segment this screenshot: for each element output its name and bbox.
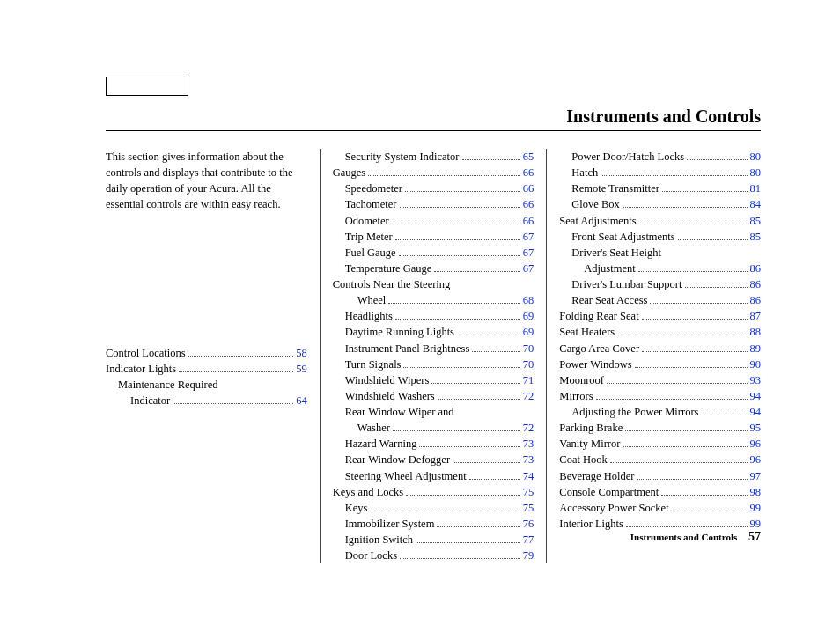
toc-leader-dots (626, 526, 748, 527)
toc-entry-label: Turn Signals (345, 357, 402, 372)
toc-leader-dots (419, 446, 519, 447)
toc-leader-dots (457, 335, 520, 335)
toc-entry-label: Hatch (571, 165, 598, 180)
toc-page-link[interactable]: 88 (750, 324, 762, 340)
toc-page-link[interactable]: 66 (523, 196, 534, 212)
toc-entry-label: Temperature Gauge (345, 261, 432, 276)
toc-page-link[interactable]: 74 (523, 468, 534, 484)
toc-page-link[interactable]: 96 (750, 436, 762, 452)
toc-page-link[interactable]: 66 (523, 165, 534, 180)
toc-page-link[interactable]: 67 (523, 261, 534, 276)
toc-page-link[interactable]: 90 (750, 357, 762, 372)
toc-page-link[interactable]: 66 (523, 180, 534, 196)
toc-column-1: This section gives information about the… (106, 149, 320, 563)
toc-leader-dots (637, 479, 747, 480)
toc-entry-label: Power Windows (559, 357, 631, 372)
toc-entry-label: Indicator Lights (106, 361, 176, 377)
toc-page-link[interactable]: 85 (750, 213, 762, 229)
toc-page-link[interactable]: 64 (296, 393, 307, 408)
toc-page-link[interactable]: 72 (523, 388, 534, 404)
toc-entry-label: Steering Wheel Adjustment (345, 468, 467, 484)
toc-entry-label: Odometer (345, 213, 389, 229)
header-tab-box (106, 77, 188, 96)
toc-page-link[interactable]: 70 (523, 357, 534, 372)
toc-page-link[interactable]: 68 (523, 292, 534, 308)
toc-page-link[interactable]: 67 (523, 245, 534, 261)
toc-page-link[interactable]: 86 (750, 276, 762, 292)
toc-page-link[interactable]: 86 (750, 261, 762, 276)
toc-page-link[interactable]: 73 (523, 452, 534, 467)
toc-page-link[interactable]: 99 (750, 500, 762, 516)
toc-entry-label: Daytime Running Lights (345, 324, 454, 340)
toc-page-link[interactable]: 98 (750, 484, 762, 500)
toc-page-link[interactable]: 80 (750, 149, 762, 165)
toc-leader-dots (462, 159, 520, 160)
toc-entry-label: Remote Transmitter (571, 180, 659, 196)
toc-page-link[interactable]: 87 (750, 308, 762, 324)
toc-page-link[interactable]: 97 (750, 468, 762, 484)
toc-page-link[interactable]: 81 (750, 180, 762, 196)
toc-entry: Beverage Holder97 (559, 468, 761, 484)
toc-page-link[interactable]: 86 (750, 292, 762, 308)
toc-page-link[interactable]: 69 (523, 324, 534, 340)
toc-page-link[interactable]: 73 (523, 436, 534, 452)
toc-page-link[interactable]: 72 (523, 420, 534, 436)
toc-page-link[interactable]: 79 (523, 548, 534, 563)
toc-entry-label: Seat Adjustments (559, 213, 636, 229)
toc-entry-label: Front Seat Adjustments (571, 229, 674, 245)
toc-page-link[interactable]: 75 (523, 500, 534, 516)
toc-leader-dots (392, 224, 520, 224)
toc-page-link[interactable]: 94 (750, 404, 762, 420)
toc-page-link[interactable]: 77 (523, 532, 534, 548)
toc-page-link[interactable]: 95 (750, 420, 762, 436)
toc-leader-dots (370, 511, 519, 511)
toc-page-link[interactable]: 66 (523, 213, 534, 229)
toc-page-link[interactable]: 76 (523, 516, 534, 532)
toc-page-link[interactable]: 75 (523, 484, 534, 500)
toc-entry: Seat Heaters88 (559, 324, 761, 340)
toc-entry: Glove Box84 (559, 196, 761, 212)
toc-entry: Cargo Area Cover89 (559, 341, 761, 357)
toc-leader-dots (623, 446, 747, 447)
toc-leader-dots (662, 191, 748, 192)
toc-page-link[interactable]: 85 (750, 229, 762, 245)
toc-leader-dots (188, 356, 294, 357)
toc-page-link[interactable]: 84 (750, 196, 762, 212)
toc-leader-dots (617, 335, 747, 335)
toc-page-link[interactable]: 58 (296, 345, 307, 361)
toc-leader-dots (405, 191, 520, 192)
toc-page-link[interactable]: 89 (750, 341, 762, 357)
toc-leader-dots (469, 479, 520, 480)
toc-entry-label: Glove Box (571, 196, 620, 212)
toc-entry-label: Instrument Panel Brightness (345, 341, 470, 357)
toc-page-link[interactable]: 71 (523, 372, 534, 388)
toc-entry: Driver's Lumbar Support86 (559, 276, 761, 292)
toc-leader-dots (434, 271, 519, 272)
toc-entry-label: Windshield Washers (345, 388, 435, 404)
toc-column-3: Power Door/Hatch Locks80Hatch80Remote Tr… (546, 149, 761, 563)
toc-page-link[interactable]: 96 (750, 452, 762, 467)
toc-entry: Gauges66 (333, 165, 534, 180)
toc-page-link[interactable]: 93 (750, 372, 762, 388)
toc-page-link[interactable]: 94 (750, 388, 762, 404)
toc-leader-dots (610, 462, 748, 463)
toc-page-link[interactable]: 67 (523, 229, 534, 245)
toc-leader-dots (403, 367, 519, 368)
toc-leader-dots (625, 430, 747, 431)
toc-entry-label: Power Door/Hatch Locks (571, 149, 684, 165)
toc-list-3: Power Door/Hatch Locks80Hatch80Remote Tr… (559, 149, 761, 532)
toc-entry: Ignition Switch77 (333, 532, 534, 548)
toc-leader-dots (607, 383, 747, 384)
toc-page-link[interactable]: 80 (750, 165, 762, 180)
toc-page-link[interactable]: 59 (296, 361, 307, 377)
toc-page-link[interactable]: 70 (523, 341, 534, 357)
toc-entry-label: Keys (345, 500, 368, 516)
toc-page-link[interactable]: 69 (523, 308, 534, 324)
toc-page-link[interactable]: 65 (523, 149, 534, 165)
toc-leader-dots (685, 287, 748, 288)
toc-leader-dots (635, 367, 748, 368)
toc-leader-dots (638, 271, 748, 272)
toc-entry-label: Driver's Seat Height (571, 245, 661, 261)
toc-leader-dots (400, 558, 520, 559)
toc-leader-dots (642, 351, 747, 352)
